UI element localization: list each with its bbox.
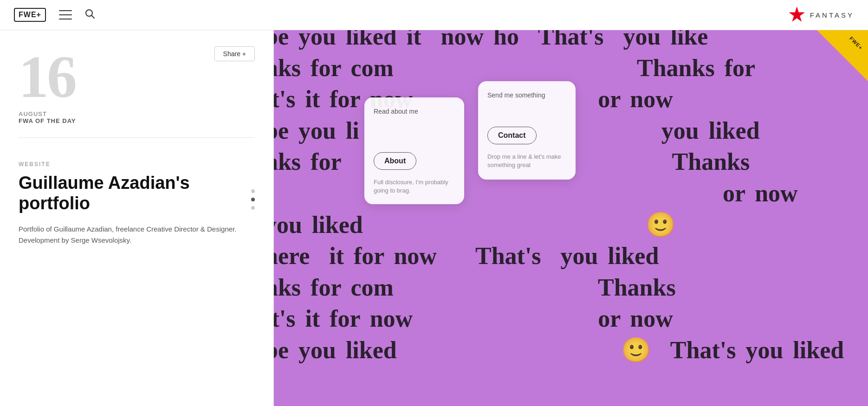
date-month: AUGUST <box>19 110 255 117</box>
hamburger-menu-icon[interactable] <box>59 10 72 19</box>
card-about: Read about me About Full disclosure, I'm… <box>364 97 464 204</box>
share-button[interactable]: Share + <box>214 46 255 61</box>
fwe-logo[interactable]: FWE+ <box>14 8 46 22</box>
fantasy-logo[interactable]: FANTASY <box>789 6 854 23</box>
corner-badge: FWE+ <box>812 30 868 86</box>
contact-card-subtitle: Drop me a line & let's make something gr… <box>487 153 566 169</box>
fantasy-star-icon <box>789 6 805 23</box>
website-label: WEBSITE <box>19 161 255 168</box>
website-title: Guillaume Azadian's portfolio <box>19 173 255 213</box>
about-card-subtitle: Full disclosure, I'm probably going to b… <box>374 178 455 195</box>
pagination-dot-1[interactable] <box>251 189 255 193</box>
website-description: Portfolio of Guillaume Azadian, freelanc… <box>19 224 255 246</box>
left-panel: Share + 16 AUGUST FWA OF THE DAY WEBSITE… <box>0 30 274 406</box>
fwa-day-label: FWA OF THE DAY <box>19 117 255 124</box>
pagination-dot-2[interactable] <box>251 198 255 201</box>
nav-right: FANTASY <box>789 6 854 23</box>
corner-triangle <box>817 30 868 81</box>
nav-left: FWE+ <box>14 8 95 22</box>
about-card-label: Read about me <box>374 108 455 115</box>
top-navigation: FWE+ FANTASY <box>0 0 868 30</box>
pagination-dots <box>251 189 255 210</box>
search-icon[interactable] <box>85 9 95 21</box>
main-content: Share + 16 AUGUST FWA OF THE DAY WEBSITE… <box>0 30 868 406</box>
fantasy-text: FANTASY <box>810 11 854 19</box>
card-contact: Send me something Contact Drop me a line… <box>478 81 576 180</box>
contact-card-label: Send me something <box>487 91 566 99</box>
divider <box>19 137 255 138</box>
svg-line-1 <box>91 15 94 18</box>
about-button[interactable]: About <box>374 152 416 170</box>
pagination-dot-3[interactable] <box>251 206 255 210</box>
right-panel-preview: be you liked it now ho That's you like n… <box>274 30 868 406</box>
contact-button[interactable]: Contact <box>487 127 537 144</box>
